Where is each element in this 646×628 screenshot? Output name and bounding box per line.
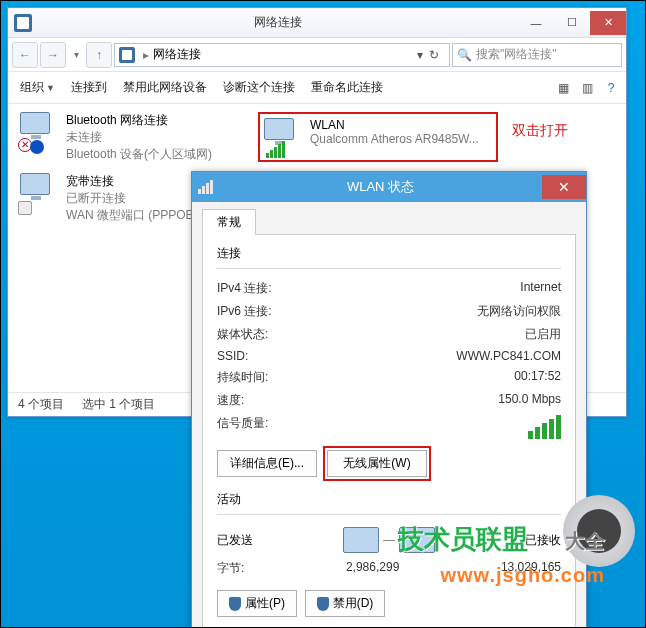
- dialog-close-button[interactable]: ✕: [542, 175, 586, 199]
- rename-button[interactable]: 重命名此连接: [305, 77, 389, 98]
- breadcrumb[interactable]: 网络连接: [153, 46, 201, 63]
- connection-group-label: 连接: [217, 245, 561, 262]
- speed-label: 速度:: [217, 392, 244, 409]
- nav-forward-button[interactable]: →: [40, 42, 66, 68]
- explorer-navbar: ← → ▾ ↑ ▸ 网络连接 ▾ ↻ 🔍 搜索"网络连接": [8, 38, 626, 72]
- maximize-button[interactable]: ☐: [554, 11, 590, 35]
- explorer-title: 网络连接: [38, 14, 518, 31]
- speed-value: 150.0 Mbps: [498, 392, 561, 409]
- bluetooth-overlay-icon: [30, 140, 44, 154]
- double-click-annotation: 双击打开: [512, 122, 568, 140]
- ipv4-value: Internet: [520, 280, 561, 297]
- connection-device: WAN 微型端口 (PPPOE): [66, 207, 198, 224]
- nav-back-button[interactable]: ←: [12, 42, 38, 68]
- shield-icon: [317, 597, 329, 611]
- dialog-titlebar[interactable]: WLAN 状态 ✕: [192, 172, 586, 202]
- disable-button[interactable]: 禁用(D): [305, 590, 385, 617]
- wifi-signal-icon: [266, 141, 285, 158]
- tab-general[interactable]: 常规: [202, 209, 256, 235]
- media-state-label: 媒体状态:: [217, 326, 268, 343]
- wlan-item-highlight: WLAN Qualcomm Atheros AR9485W...: [258, 112, 498, 162]
- address-bar[interactable]: ▸ 网络连接 ▾ ↻: [114, 43, 450, 67]
- explorer-titlebar[interactable]: 网络连接 — ☐ ✕: [8, 8, 626, 38]
- close-button[interactable]: ✕: [590, 11, 626, 35]
- details-button[interactable]: 详细信息(E)...: [217, 450, 317, 477]
- organize-menu[interactable]: 组织▼: [14, 77, 61, 98]
- tab-strip: 常规: [202, 208, 576, 235]
- ssid-value: WWW.PC841.COM: [456, 349, 561, 363]
- explorer-toolbar: 组织▼ 连接到 禁用此网络设备 诊断这个连接 重命名此连接 ▦ ▥ ?: [8, 72, 626, 104]
- connection-name: WLAN: [310, 118, 479, 132]
- nav-up-button[interactable]: ↑: [86, 42, 112, 68]
- plug-overlay-icon: [18, 201, 32, 215]
- selected-count-label: 选中 1 个项目: [82, 396, 155, 413]
- watermark-text-1: 技术员联盟 大全: [398, 522, 605, 557]
- wlan-status-dialog: WLAN 状态 ✕ 常规 连接 IPv4 连接:Internet IPv6 连接…: [191, 171, 587, 628]
- broadband-adapter-icon: [18, 173, 58, 211]
- duration-value: 00:17:52: [514, 369, 561, 386]
- help-icon[interactable]: ?: [602, 81, 620, 95]
- wlan-adapter-icon: [262, 118, 302, 156]
- bluetooth-adapter-icon: ✕: [18, 112, 58, 150]
- connection-device: Bluetooth 设备(个人区域网): [66, 146, 212, 163]
- address-location-icon: [119, 47, 135, 63]
- item-count-label: 4 个项目: [18, 396, 64, 413]
- connection-item-bluetooth[interactable]: ✕ Bluetooth 网络连接 未连接 Bluetooth 设备(个人区域网): [18, 112, 238, 163]
- ssid-label: SSID:: [217, 349, 248, 363]
- watermark-text-2: www.jsgho.com: [441, 564, 606, 587]
- search-icon: 🔍: [457, 48, 472, 62]
- explorer-app-icon: [14, 14, 32, 32]
- connection-item-wlan[interactable]: WLAN Qualcomm Atheros AR9485W...: [262, 118, 482, 156]
- connect-to-button[interactable]: 连接到: [65, 77, 113, 98]
- signal-quality-icon: [528, 415, 561, 439]
- preview-pane-icon[interactable]: ▥: [578, 81, 596, 95]
- nav-history-dropdown[interactable]: ▾: [68, 49, 84, 60]
- ipv4-label: IPv4 连接:: [217, 280, 272, 297]
- shield-icon: [229, 597, 241, 611]
- search-input[interactable]: 🔍 搜索"网络连接": [452, 43, 622, 67]
- bytes-label: 字节:: [217, 560, 244, 577]
- connection-name: 宽带连接: [66, 173, 198, 190]
- ipv6-label: IPv6 连接:: [217, 303, 272, 320]
- dialog-title: WLAN 状态: [219, 178, 542, 196]
- wireless-properties-button[interactable]: 无线属性(W): [327, 450, 427, 477]
- media-state-value: 已启用: [525, 326, 561, 343]
- activity-group-label: 活动: [217, 491, 561, 508]
- connection-device: Qualcomm Atheros AR9485W...: [310, 132, 479, 146]
- diagnose-button[interactable]: 诊断这个连接: [217, 77, 301, 98]
- disable-device-button[interactable]: 禁用此网络设备: [117, 77, 213, 98]
- view-options-icon[interactable]: ▦: [554, 81, 572, 95]
- ipv6-value: 无网络访问权限: [477, 303, 561, 320]
- refresh-button[interactable]: ↻: [423, 48, 445, 62]
- sent-label: 已发送: [217, 532, 253, 549]
- connection-status: 未连接: [66, 129, 212, 146]
- search-placeholder: 搜索"网络连接": [476, 46, 557, 63]
- signal-quality-label: 信号质量:: [217, 415, 268, 439]
- minimize-button[interactable]: —: [518, 11, 554, 35]
- duration-label: 持续时间:: [217, 369, 268, 386]
- connection-status: 已断开连接: [66, 190, 198, 207]
- connection-name: Bluetooth 网络连接: [66, 112, 212, 129]
- wifi-titlebar-icon: [198, 180, 213, 194]
- properties-button[interactable]: 属性(P): [217, 590, 297, 617]
